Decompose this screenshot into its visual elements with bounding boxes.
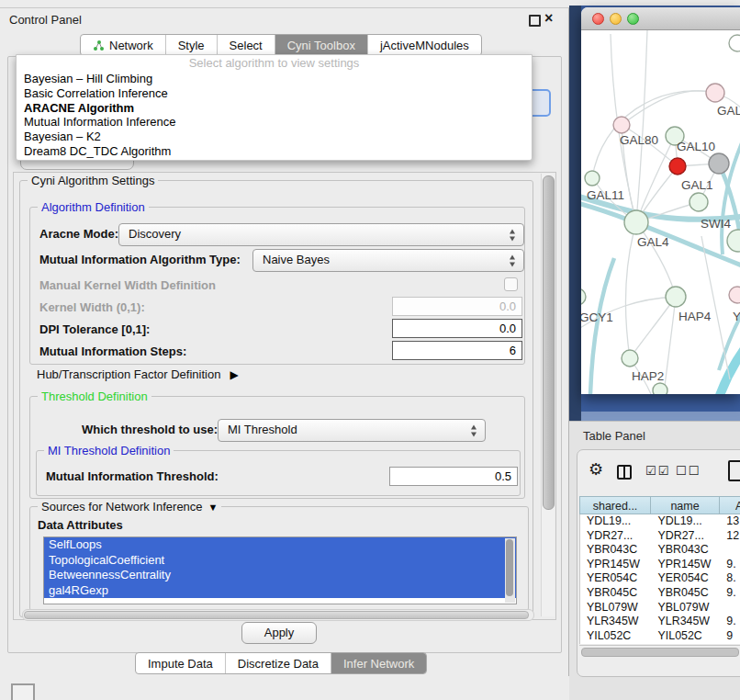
tab-discretize-data[interactable]: Discretize Data (225, 653, 331, 673)
network-canvas[interactable]: GALGAL80GAL10GAL1GAL11GAL4SWI4GCY1HAP4YH… (581, 30, 740, 394)
table-cell: YBR045C (652, 586, 721, 601)
table-row[interactable]: YLR345WYLR345W9. (580, 615, 740, 629)
float-panel-icon[interactable] (529, 15, 541, 27)
network-node[interactable] (653, 383, 667, 394)
kernel-width-field[interactable]: 0.0 (392, 297, 522, 316)
table-column-header-shared[interactable]: shared... (579, 496, 651, 514)
close-icon[interactable]: × (544, 9, 553, 28)
collapse-arrow-icon: ▼ (208, 502, 219, 513)
attribute-item-gal4rgexp[interactable]: gal4RGexp (44, 583, 516, 599)
table-row[interactable]: YPR145WYPR145W9. (580, 558, 740, 572)
algorithm-dropdown-popup: Select algorithm to view settings Bayesi… (16, 54, 533, 161)
table-row[interactable]: YIL052CYIL052C9 (580, 629, 740, 644)
horizontal-scrollbar[interactable] (22, 609, 534, 621)
tab-label: jActiveMNodules (380, 39, 469, 52)
minimize-traffic-light-icon[interactable] (610, 13, 622, 25)
algorithm-definition-title: Algorithm Definition (38, 200, 149, 214)
table-cell: 9. (720, 615, 740, 629)
network-node-y[interactable] (729, 287, 740, 303)
table-row[interactable]: YBR043CYBR043C (580, 543, 740, 558)
settings-scrollbar[interactable] (541, 174, 555, 616)
network-window-titlebar[interactable] (581, 7, 740, 30)
tab-cyni-toolbox[interactable]: Cyni Toolbox (275, 35, 367, 55)
table-cell: YPR145W (652, 558, 721, 572)
attribute-item-selfloops[interactable]: SelfLoops (44, 537, 516, 553)
data-attributes-label: Data Attributes (38, 518, 123, 532)
algorithm-option-basic-correlation-inference[interactable]: Basic Correlation Inference (17, 86, 532, 101)
network-node[interactable] (729, 35, 740, 51)
network-edge (719, 339, 740, 394)
table-row[interactable]: YER054CYER054C8. (580, 571, 740, 586)
table-column-header-a[interactable]: A (720, 496, 740, 514)
table-cell: YBL079W (652, 601, 721, 615)
attribute-item-topologicalcoefficient[interactable]: TopologicalCoefficient (44, 553, 516, 569)
algorithm-option-aracne-algorithm[interactable]: ARACNE Algorithm (17, 101, 532, 116)
table-row[interactable]: YBR045CYBR045C9. (580, 586, 740, 601)
tab-label: Cyni Toolbox (287, 39, 355, 52)
column-layout-icon[interactable] (617, 465, 632, 480)
table-horizontal-scrollbar[interactable] (579, 645, 740, 657)
mi-threshold-field[interactable]: 0.5 (389, 467, 518, 486)
tab-network[interactable]: Network (81, 35, 165, 55)
zoom-traffic-light-icon[interactable] (627, 13, 639, 25)
table-column-header-name[interactable]: name (651, 496, 720, 514)
scrollbar-thumb[interactable] (543, 175, 555, 510)
document-icon[interactable] (728, 460, 740, 481)
network-node[interactable] (709, 153, 729, 174)
apply-button[interactable]: Apply (241, 622, 317, 644)
aracne-mode-combo[interactable]: Discovery (118, 223, 524, 246)
mi-type-combo[interactable]: Naive Bayes (252, 249, 524, 272)
table-row[interactable]: YDR27...YDR27...12 (580, 529, 740, 544)
network-node-gcy1[interactable] (581, 288, 586, 305)
network-node-gal11[interactable] (585, 171, 600, 186)
tab-style[interactable]: Style (165, 35, 217, 55)
table-row[interactable]: YDL19...YDL19...13 (580, 514, 740, 529)
deselect-all-icon[interactable]: ☐☐ (676, 464, 701, 478)
network-node[interactable] (727, 230, 740, 252)
gear-icon[interactable]: ⚙ (589, 459, 603, 480)
attribute-item-betweennesscentrality[interactable]: BetweennessCentrality (44, 568, 516, 583)
list-scrollbar[interactable] (505, 538, 515, 603)
network-node-gal[interactable] (706, 84, 724, 102)
manual-kernel-checkbox[interactable] (504, 277, 518, 291)
dpi-tolerance-field[interactable]: 0.0 (392, 319, 522, 338)
algorithm-option-dream8-dc-tdc-algorithm[interactable]: Dream8 DC_TDC Algorithm (17, 144, 532, 159)
tab-jactivemnodules[interactable]: jActiveMNodules (367, 35, 481, 55)
minimized-panel-icon[interactable] (11, 683, 35, 700)
network-node-gal80[interactable] (613, 117, 630, 133)
network-node-gal4[interactable] (624, 210, 648, 234)
mi-type-label: Mutual Information Algorithm Type: (39, 253, 241, 266)
close-traffic-light-icon[interactable] (592, 13, 604, 25)
hub-tf-definition-toggle[interactable]: Hub/Transcription Factor Definition▶ (37, 367, 239, 381)
table-row[interactable]: YBL079WYBL079W (580, 601, 740, 615)
select-all-icon[interactable]: ☑☑ (645, 464, 670, 478)
algorithm-option-bayesian-k2[interactable]: Bayesian – K2 (17, 130, 532, 144)
mi-steps-field[interactable]: 6 (392, 341, 522, 360)
algorithm-dropdown-list: Bayesian – Hill ClimbingBasic Correlatio… (17, 72, 532, 159)
table-cell: 8. (720, 571, 740, 586)
table-scrollbar-thumb[interactable] (581, 648, 739, 657)
horizontal-scrollbar-thumb[interactable] (24, 611, 529, 619)
network-node-gal1[interactable] (690, 193, 708, 211)
tab-label: Infer Network (343, 657, 414, 671)
table-cell: YDR27... (580, 529, 652, 544)
network-node-hap2[interactable] (622, 350, 638, 367)
network-node[interactable] (669, 158, 686, 175)
algorithm-option-bayesian-hill-climbing[interactable]: Bayesian – Hill Climbing (17, 72, 532, 86)
tab-infer-network[interactable]: Infer Network (331, 653, 426, 673)
network-node-label-hap2: HAP2 (632, 369, 664, 383)
kernel-width-label: Kernel Width (0,1): (39, 300, 145, 314)
aracne-mode-value: Discovery (129, 227, 181, 241)
table-cell: YDR27... (652, 529, 721, 544)
network-node-label-gcy1: GCY1 (581, 310, 613, 324)
network-node-hap4[interactable] (666, 287, 686, 307)
tab-impute-data[interactable]: Impute Data (136, 653, 225, 673)
which-threshold-combo[interactable]: MI Threshold (218, 419, 486, 442)
sources-group-title[interactable]: Sources for Network Inference▼ (38, 500, 221, 514)
cyni-bottom-tabbar: Impute DataDiscretize DataInfer Network (135, 652, 427, 674)
list-scrollbar-thumb[interactable] (506, 539, 513, 596)
tab-label: Select (230, 39, 263, 52)
tab-select[interactable]: Select (217, 35, 275, 55)
algorithm-option-mutual-information-inference[interactable]: Mutual Information Inference (17, 115, 532, 130)
network-edge (625, 222, 636, 358)
